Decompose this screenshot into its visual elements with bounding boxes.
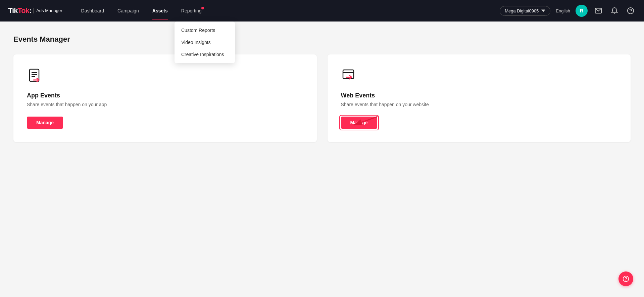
logo[interactable]: TikTok: Ads Manager: [8, 6, 62, 15]
dropdown-video-insights[interactable]: Video Insights: [175, 36, 235, 48]
arrow-annotation: [351, 112, 381, 128]
tiktok-wordmark: TikTok:: [8, 6, 31, 15]
web-events-title: Web Events: [341, 92, 375, 99]
app-events-desc: Share events that happen on your app: [27, 102, 107, 107]
reporting-notification-dot: [201, 7, 204, 9]
help-icon[interactable]: [625, 5, 636, 16]
nav-assets[interactable]: Assets: [147, 5, 173, 16]
svg-line-12: [354, 117, 378, 125]
cards-container: App Events Share events that happen on y…: [13, 54, 631, 142]
header: TikTok: Ads Manager Dashboard Campaign A…: [0, 0, 644, 22]
avatar[interactable]: R: [576, 5, 588, 17]
app-events-card: App Events Share events that happen on y…: [13, 54, 317, 142]
web-events-card: Web Events Share events that happen on y…: [328, 54, 631, 142]
nav-campaign[interactable]: Campaign: [112, 5, 144, 16]
dropdown-creative-inspirations[interactable]: Creative Inspirations: [175, 48, 235, 60]
floating-help-button[interactable]: [618, 271, 633, 286]
ads-manager-label: Ads Manager: [33, 8, 62, 13]
nav-dashboard[interactable]: Dashboard: [76, 5, 110, 16]
page-title: Events Manager: [13, 35, 631, 44]
dropdown-custom-reports[interactable]: Custom Reports: [175, 24, 235, 36]
svg-point-14: [626, 280, 626, 281]
language-selector[interactable]: English: [556, 8, 570, 13]
app-events-icon: [27, 68, 46, 87]
main-nav: Dashboard Campaign Assets Reporting: [76, 5, 500, 16]
app-events-title: App Events: [27, 92, 60, 99]
chevron-down-icon: [541, 9, 545, 13]
web-events-desc: Share events that happen on your website: [341, 102, 429, 107]
floating-help-icon: [623, 275, 629, 282]
nav-reporting[interactable]: Reporting: [176, 5, 207, 16]
messages-icon[interactable]: [593, 5, 604, 16]
web-events-icon: [341, 68, 360, 87]
account-selector[interactable]: Mega Digital0905: [500, 6, 550, 16]
header-right: Mega Digital0905 English R: [500, 5, 636, 17]
notifications-icon[interactable]: [609, 5, 620, 16]
account-name: Mega Digital0905: [505, 8, 539, 13]
reporting-dropdown: Custom Reports Video Insights Creative I…: [175, 22, 235, 63]
main-content: Events Manager App Eve: [0, 22, 644, 297]
app-events-manage-button[interactable]: Manage: [27, 117, 63, 129]
